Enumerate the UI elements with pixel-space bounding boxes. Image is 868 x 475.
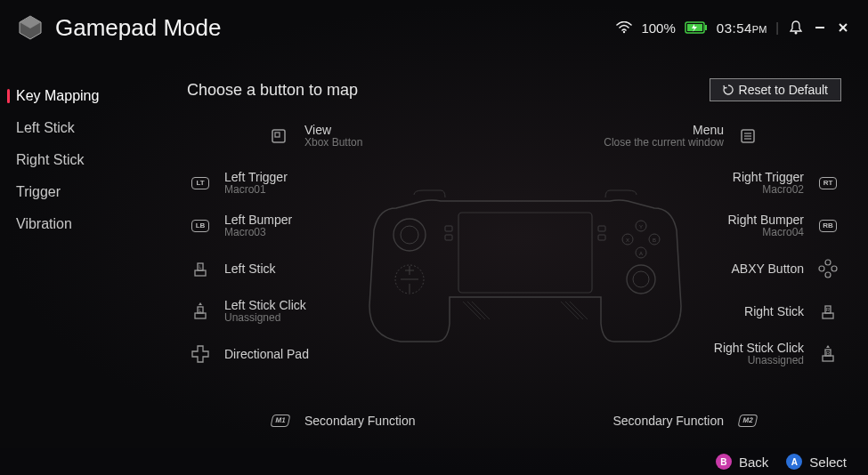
sidebar-item-vibration[interactable]: Vibration — [0, 208, 156, 240]
svg-text:L: L — [199, 308, 202, 313]
battery-percent: 100% — [641, 20, 675, 36]
row-label: Right Stick Click — [714, 341, 804, 355]
left-stick-click-icon: L — [187, 298, 214, 325]
map-left-trigger[interactable]: LT Left TriggerMacro01 — [187, 162, 288, 205]
svg-point-23 — [819, 266, 824, 271]
row-sub: Macro04 — [727, 227, 804, 239]
svg-text:L: L — [199, 264, 202, 270]
map-view-button[interactable]: ViewXbox Button — [267, 115, 362, 157]
abxy-icon — [815, 255, 841, 282]
header-bar: Gamepad Mode 100% 03:54PM | — [0, 0, 868, 53]
left-stick-icon: L — [187, 255, 214, 282]
battery-icon — [685, 21, 708, 34]
svg-point-33 — [393, 219, 426, 251]
main-title: Choose a button to map — [187, 81, 358, 100]
status-tray: 100% 03:54PM | — [616, 20, 850, 36]
sidebar: Key Mapping Left Stick Right Stick Trigg… — [0, 53, 156, 448]
svg-rect-29 — [823, 356, 833, 361]
row-sub: Xbox Button — [304, 137, 362, 149]
m1-badge-icon: M1 — [267, 407, 294, 434]
sidebar-item-label: Key Mapping — [16, 88, 99, 103]
map-right-stick-click[interactable]: R Right Stick ClickUnassigned — [714, 333, 841, 375]
lt-badge-icon: LT — [187, 170, 214, 197]
svg-point-34 — [401, 226, 418, 244]
row-label: Directional Pad — [224, 347, 309, 361]
map-left-stick[interactable]: L Left Stick — [187, 247, 276, 290]
map-menu-button[interactable]: MenuClose the current window — [604, 115, 761, 157]
footer-label: Select — [809, 455, 847, 470]
row-label: Left Trigger — [224, 170, 288, 184]
svg-rect-49 — [598, 235, 605, 240]
svg-rect-26 — [823, 313, 833, 318]
map-right-trigger[interactable]: RT Right TriggerMacro02 — [733, 162, 841, 205]
app-logo-icon — [16, 13, 45, 42]
row-label: Right Stick — [744, 304, 804, 318]
minimize-button[interactable] — [813, 20, 827, 35]
row-sub: Unassigned — [224, 312, 306, 325]
sidebar-item-left-stick[interactable]: Left Stick — [0, 112, 156, 144]
footer-bar: B Back A Select — [0, 448, 868, 475]
row-sub: Macro01 — [224, 184, 288, 197]
map-right-stick[interactable]: R Right Stick — [744, 290, 841, 333]
sidebar-item-trigger[interactable]: Trigger — [0, 176, 156, 208]
map-directional-pad[interactable]: Directional Pad — [187, 333, 309, 375]
svg-point-36 — [633, 271, 649, 287]
svg-rect-10 — [272, 130, 285, 142]
svg-text:X: X — [626, 238, 629, 243]
svg-rect-19 — [195, 313, 206, 318]
row-label: ABXY Button — [732, 262, 804, 276]
a-button-icon: A — [786, 454, 802, 470]
footer-back-button[interactable]: B Back — [716, 454, 768, 470]
sidebar-item-label: Trigger — [16, 184, 61, 199]
svg-rect-16 — [195, 270, 206, 276]
sidebar-item-label: Left Stick — [16, 120, 75, 135]
main-panel: Choose a button to map Reset to Default … — [156, 53, 868, 448]
row-label: Left Stick Click — [224, 298, 306, 312]
sidebar-item-label: Right Stick — [16, 152, 84, 167]
reset-to-default-button[interactable]: Reset to Default — [710, 78, 841, 101]
row-label: Secondary Function — [612, 414, 724, 428]
row-sub: Macro02 — [733, 184, 804, 197]
lb-badge-icon: LB — [187, 213, 214, 239]
dpad-icon — [187, 341, 214, 367]
map-left-bumper[interactable]: LB Left BumperMacro03 — [187, 205, 292, 247]
wifi-icon — [616, 21, 632, 34]
rb-badge-icon: RB — [815, 213, 841, 239]
svg-text:R: R — [826, 307, 831, 312]
svg-point-6 — [795, 32, 798, 35]
rt-badge-icon: RT — [815, 170, 841, 197]
m2-badge-icon: M2 — [734, 407, 761, 434]
svg-rect-32 — [458, 213, 592, 293]
sidebar-item-right-stick[interactable]: Right Stick — [0, 144, 156, 176]
page-title: Gamepad Mode — [55, 14, 616, 42]
map-abxy-button[interactable]: ABXY Button — [732, 247, 841, 290]
svg-text:B: B — [653, 238, 656, 243]
footer-label: Back — [739, 455, 768, 470]
map-right-bumper[interactable]: RB Right BumperMacro04 — [727, 205, 841, 247]
svg-point-35 — [627, 265, 655, 294]
close-button[interactable] — [836, 20, 850, 35]
notification-icon[interactable] — [788, 20, 804, 36]
row-label: Menu — [604, 123, 724, 137]
map-left-stick-click[interactable]: L Left Stick ClickUnassigned — [187, 290, 306, 333]
row-label: Left Stick — [224, 262, 276, 276]
svg-text:Y: Y — [639, 224, 643, 229]
svg-text:R: R — [826, 350, 831, 356]
svg-point-25 — [825, 272, 831, 278]
sidebar-item-key-mapping[interactable]: Key Mapping — [0, 80, 156, 112]
clock: 03:54PM — [717, 20, 767, 36]
reset-icon — [723, 85, 734, 95]
row-label: Left Bumper — [224, 213, 292, 227]
map-secondary-m2[interactable]: M2 Secondary Function — [612, 399, 761, 442]
svg-point-24 — [831, 266, 837, 271]
map-secondary-m1[interactable]: M1 Secondary Function — [267, 399, 416, 442]
svg-rect-48 — [598, 226, 605, 231]
menu-icon — [734, 123, 761, 149]
footer-select-button[interactable]: A Select — [786, 454, 847, 470]
svg-rect-5 — [705, 25, 707, 30]
svg-rect-46 — [445, 226, 452, 231]
svg-point-22 — [825, 260, 831, 265]
row-label: Secondary Function — [304, 414, 416, 428]
divider: | — [775, 20, 779, 35]
row-sub: Unassigned — [714, 355, 804, 367]
